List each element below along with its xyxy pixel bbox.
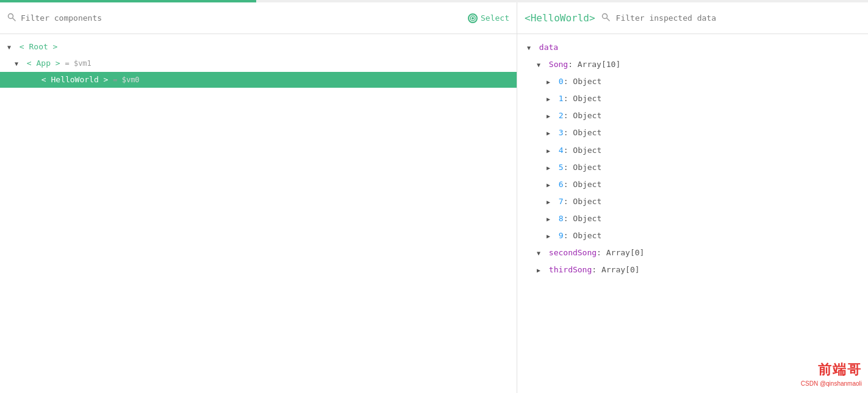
type-secondsong: : Array[0] [597,248,644,257]
arrow-song-4[interactable]: ▶ [547,146,554,156]
svg-line-1 [13,18,15,21]
index-0: 0 [559,77,564,86]
watermark-en: CSDN @qinshanmaoli [801,380,862,387]
select-button[interactable]: Select [468,13,509,23]
data-item-song-0[interactable]: ▶ 0: Object [517,73,868,90]
main-container: Select ▼ < Root > ▼ < App > = $vm1 < Hel… [0,2,868,393]
tag-root: < Root > [20,42,58,51]
index-1: 1 [559,94,564,103]
search-icon [7,13,16,23]
right-toolbar: <HelloWorld> [517,2,868,34]
tag-helloworld: < HelloWorld > [41,75,109,84]
vm-ref-app: $vm1 [74,59,91,68]
data-item-song-4[interactable]: ▶ 4: Object [517,142,868,159]
index-7: 7 [559,197,564,206]
key-song: Song [549,60,568,69]
filter-components-input[interactable] [21,13,468,23]
arrow-song-2[interactable]: ▶ [547,111,554,121]
arrow-song-3[interactable]: ▶ [547,128,554,138]
index-3: 3 [559,128,564,137]
tree-item-app[interactable]: ▼ < App > = $vm1 [0,55,517,72]
data-item-song-9[interactable]: ▶ 9: Object [517,227,868,244]
equals-app: = [65,59,73,68]
svg-point-3 [472,17,474,19]
arrow-song-1[interactable]: ▶ [547,94,554,104]
data-item-song-7[interactable]: ▶ 7: Object [517,193,868,210]
svg-point-4 [602,14,607,19]
filter-inspected-input[interactable] [616,13,861,23]
inspected-component-name: <HelloWorld> [525,12,595,24]
equals-helloworld: = [113,76,121,84]
key-thirdsong: thirdSong [549,265,592,274]
tag-app: < App > [27,58,60,68]
index-9: 9 [559,231,564,240]
data-item-song-1[interactable]: ▶ 1: Object [517,90,868,107]
index-2: 2 [559,111,564,120]
right-panel: <HelloWorld> ▼ data ▼ Song: Array[10] [517,2,868,393]
component-tree: ▼ < Root > ▼ < App > = $vm1 < HelloWorld… [0,34,517,393]
data-item-song[interactable]: ▼ Song: Array[10] [517,56,868,73]
left-panel: Select ▼ < Root > ▼ < App > = $vm1 < Hel… [0,2,517,393]
arrow-root[interactable]: ▼ [7,43,15,52]
vm-ref-helloworld: $vm0 [122,76,140,84]
arrow-thirdsong[interactable]: ▶ [537,265,544,275]
data-item-song-2[interactable]: ▶ 2: Object [517,107,868,124]
index-6: 6 [559,180,564,189]
index-8: 8 [559,214,564,223]
search-icon-right [601,13,610,23]
data-item-song-8[interactable]: ▶ 8: Object [517,210,868,227]
arrow-helloworld[interactable] [29,76,37,85]
tree-item-root[interactable]: ▼ < Root > [0,39,517,55]
data-section-header[interactable]: ▼ data [517,39,868,56]
tree-item-helloworld[interactable]: < HelloWorld > = $vm0 [0,72,517,88]
arrow-secondsong[interactable]: ▼ [537,248,544,258]
watermark-cn: 前端哥 [818,361,862,379]
arrow-data[interactable]: ▼ [527,43,534,53]
data-item-song-3[interactable]: ▶ 3: Object [517,124,868,141]
index-4: 4 [559,146,564,155]
type-song: : Array[10] [568,60,620,69]
data-item-secondsong[interactable]: ▼ secondSong: Array[0] [517,244,868,261]
left-toolbar: Select [0,2,517,34]
key-secondsong: secondSong [549,248,597,257]
arrow-song[interactable]: ▼ [537,60,544,70]
data-panel: ▼ data ▼ Song: Array[10] ▶ 0: Object ▶ 1… [517,34,868,393]
data-item-thirdsong[interactable]: ▶ thirdSong: Array[0] [517,261,868,278]
svg-point-0 [9,14,13,19]
arrow-song-0[interactable]: ▶ [547,77,554,87]
arrow-song-5[interactable]: ▶ [547,163,554,173]
index-5: 5 [559,163,564,172]
select-label: Select [481,13,509,23]
watermark: 前端哥 CSDN @qinshanmaoli [801,361,862,387]
data-item-song-6[interactable]: ▶ 6: Object [517,176,868,193]
arrow-app[interactable]: ▼ [15,59,22,69]
arrow-song-9[interactable]: ▶ [547,231,554,241]
svg-line-5 [607,18,609,21]
data-item-song-5[interactable]: ▶ 5: Object [517,159,868,176]
arrow-song-8[interactable]: ▶ [547,214,554,224]
arrow-song-7[interactable]: ▶ [547,197,554,207]
arrow-song-6[interactable]: ▶ [547,180,554,190]
type-thirdsong: : Array[0] [592,265,639,274]
select-icon [468,13,478,23]
data-label: data [539,43,558,52]
